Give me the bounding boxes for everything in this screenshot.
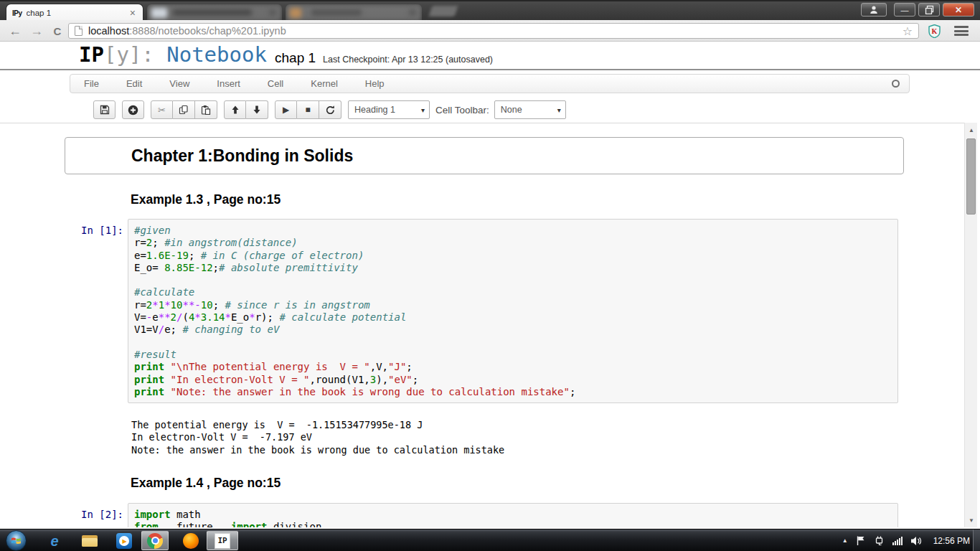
menu-kernel[interactable]: Kernel <box>297 78 352 89</box>
browser-toolbar: ← → C localhost :8888/notebooks/chap%201… <box>0 20 980 42</box>
output-line: Note: the answer in the book is wrong du… <box>131 444 967 456</box>
ipython-favicon: IPy <box>12 9 22 17</box>
checkpoint-status: Last Checkpoint: Apr 13 12:25 (autosaved… <box>323 55 493 65</box>
browser-tab-inactive-2[interactable] <box>286 4 422 22</box>
header-divider <box>0 69 980 70</box>
arrow-up-icon <box>230 105 240 115</box>
add-cell-button[interactable] <box>122 100 144 119</box>
paste-cell-button[interactable] <box>195 100 217 119</box>
windows-flag-icon <box>11 536 22 545</box>
code-line: from __future__ import division <box>134 521 892 527</box>
menu-file[interactable]: File <box>70 78 113 89</box>
taskbar-explorer-folder-icon[interactable] <box>80 532 99 550</box>
profile-button[interactable] <box>861 3 887 17</box>
code-line: print "\nThe potential energy is V = ",V… <box>134 361 892 373</box>
menu-insert[interactable]: Insert <box>203 78 254 89</box>
url-path: :8888/notebooks/chap%201.ipynb <box>129 25 902 37</box>
code-line: r=2*1*10**-10; # since r is in angstrom <box>134 299 892 311</box>
code-input[interactable]: #givenr=2; #in angstrom(distance)e=1.6E-… <box>128 219 898 403</box>
menu-items: FileEditViewInsertCellKernelHelp <box>70 78 398 89</box>
code-input[interactable]: import mathfrom __future__ import divisi… <box>128 503 898 527</box>
menu-edit[interactable]: Edit <box>113 78 156 89</box>
taskbar-internet-explorer-icon[interactable]: e <box>45 532 64 550</box>
notebook-cells: Chapter 1:Bonding in SolidsExample 1.3 ,… <box>0 123 967 527</box>
address-bar[interactable]: localhost :8888/notebooks/chap%201.ipynb… <box>68 23 919 39</box>
scroll-up-icon[interactable]: ▲ <box>965 124 978 136</box>
code-line: #calculate <box>134 286 892 298</box>
browser-tab-inactive-1[interactable] <box>147 4 282 22</box>
restart-kernel-button[interactable] <box>319 100 341 119</box>
tab-close-icon[interactable]: × <box>128 8 137 18</box>
example-heading[interactable]: Example 1.3 , Page no:15 <box>131 192 967 207</box>
interrupt-kernel-button[interactable]: ■ <box>297 100 319 119</box>
save-button[interactable] <box>93 100 116 119</box>
bookmark-star-icon[interactable]: ☆ <box>903 24 913 38</box>
move-cell-down-button[interactable] <box>246 100 268 119</box>
browser-tab-strip: IPy chap 1 × — <box>0 0 980 20</box>
new-tab-button[interactable] <box>429 6 458 17</box>
taskbar-firefox-icon[interactable] <box>182 532 200 550</box>
code-line: V=-e**2/(4*3.14*E_o*r); # calculate pote… <box>134 311 892 324</box>
start-button[interactable] <box>6 530 27 551</box>
scroll-down-icon[interactable]: ▼ <box>965 514 978 526</box>
run-cell-button[interactable]: ▶ <box>275 100 297 119</box>
ipython-icon: IP <box>215 533 230 549</box>
cell-toolbar-label: Cell Toolbar: <box>435 105 489 116</box>
chevron-down-icon: ▾ <box>550 106 561 114</box>
arrow-down-icon <box>252 105 262 115</box>
menu-cell[interactable]: Cell <box>254 78 297 89</box>
move-cell-up-button[interactable] <box>224 100 246 119</box>
network-signal-icon[interactable] <box>892 537 903 545</box>
taskbar-chrome-button[interactable] <box>141 531 169 550</box>
maximize-button[interactable] <box>918 3 940 17</box>
minimize-button[interactable]: — <box>894 3 915 17</box>
show-desktop-button[interactable] <box>973 529 980 551</box>
notebook-toolbar: ✂ <box>93 100 566 119</box>
action-center-flag-icon[interactable] <box>856 535 866 546</box>
volume-icon[interactable] <box>910 536 923 546</box>
power-plug-icon[interactable] <box>874 535 885 546</box>
restart-icon <box>325 105 336 116</box>
system-tray: ▲ 12:56 PM <box>842 529 970 551</box>
heading-cell-selected[interactable]: Chapter 1:Bonding in Solids <box>65 137 904 174</box>
person-icon <box>869 5 879 14</box>
taskbar-ipython-button[interactable]: IP <box>207 531 238 550</box>
code-cell: In [1]:#givenr=2; #in angstrom(distance)… <box>0 219 967 403</box>
windows-taskbar: e ▶ IP ▲ <box>0 529 980 551</box>
tab-title: chap 1 <box>27 9 128 17</box>
menu-help[interactable]: Help <box>352 78 398 89</box>
code-line: E_o= 8.85E-12;# absolute premittivity <box>134 262 892 274</box>
save-icon <box>100 105 110 115</box>
taskbar-clock[interactable]: 12:56 PM <box>933 536 970 546</box>
back-icon[interactable]: ← <box>6 20 24 42</box>
code-line: V1=V/e; # changing to eV <box>134 324 892 336</box>
menu-view[interactable]: View <box>156 78 203 89</box>
stop-icon: ■ <box>305 105 310 115</box>
cell-type-select[interactable]: Heading 1 ▾ <box>348 100 430 119</box>
code-line: r=2; #in angstrom(distance) <box>134 237 892 249</box>
tray-expand-icon[interactable]: ▲ <box>842 537 848 544</box>
taskbar-media-player-icon[interactable]: ▶ <box>115 532 133 550</box>
code-line <box>134 274 892 286</box>
reload-icon[interactable]: C <box>49 20 66 42</box>
copy-cell-button[interactable] <box>173 100 195 119</box>
cut-cell-button[interactable]: ✂ <box>151 100 173 119</box>
notebook-title[interactable]: chap 1 <box>275 50 316 66</box>
browser-tab-active[interactable]: IPy chap 1 × <box>6 4 143 22</box>
plus-circle-icon <box>128 105 138 116</box>
code-line: #given <box>134 225 892 237</box>
forward-icon[interactable]: → <box>27 20 46 42</box>
ipython-logo[interactable]: IP[y]: Notebook <box>79 42 267 67</box>
paste-icon <box>201 105 211 115</box>
input-prompt: In [1]: <box>0 219 123 236</box>
window-controls: — ✕ <box>861 3 974 17</box>
scrollbar-thumb[interactable] <box>966 138 976 215</box>
cell-toolbar-select[interactable]: None ▾ <box>494 100 566 119</box>
page-scrollbar[interactable]: ▲ ▼ <box>964 123 977 527</box>
close-button[interactable]: ✕ <box>943 3 974 17</box>
browser-menu-icon[interactable] <box>954 26 969 36</box>
example-heading[interactable]: Example 1.4 , Page no:15 <box>131 476 967 491</box>
antivirus-shield-icon[interactable]: K <box>928 24 941 38</box>
chrome-icon <box>147 533 163 549</box>
code-line: e=1.6E-19; # in C (charge of electron) <box>134 250 892 262</box>
